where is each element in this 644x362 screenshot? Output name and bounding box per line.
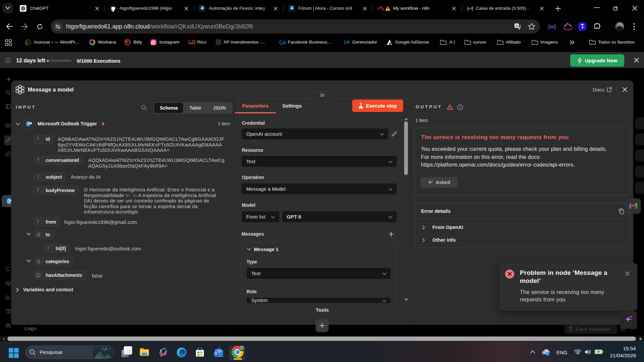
svg-text:G: G xyxy=(516,24,518,27)
